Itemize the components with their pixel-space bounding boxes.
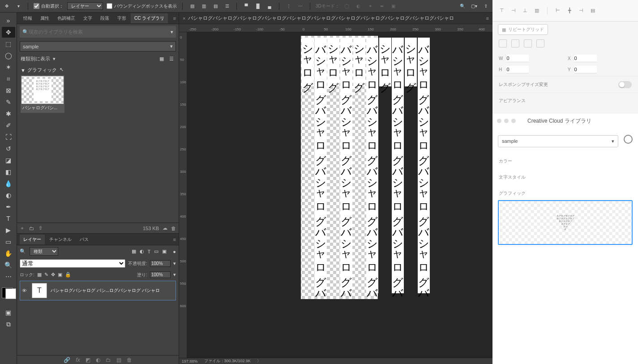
tab-attributes[interactable]: 属性 <box>37 13 53 23</box>
file-info[interactable]: ファイル：300.3K/102.9K <box>204 358 251 364</box>
filter-shape-icon[interactable]: ▭ <box>154 248 158 254</box>
panel-menu-icon[interactable]: ≡ <box>171 237 179 242</box>
library-select[interactable]: sample ▾ <box>20 41 176 51</box>
history-brush-tool[interactable]: ↺ <box>2 143 15 154</box>
healing-tool[interactable]: ✱ <box>2 108 15 119</box>
close-tab-icon[interactable]: × <box>183 16 185 21</box>
share-icon[interactable]: ⇪ <box>482 2 490 10</box>
cloud-icon[interactable] <box>624 135 633 144</box>
eyedropper-tool[interactable]: ✎ <box>2 97 15 107</box>
cc-library-select[interactable]: sample ▾ <box>498 135 618 147</box>
exclude-icon[interactable] <box>536 39 544 47</box>
bounding-box-checkbox[interactable]: バウンディングボックスを表示 <box>107 3 177 9</box>
filter-type-icon[interactable]: T <box>148 249 151 254</box>
mask-icon[interactable]: ◩ <box>86 357 90 363</box>
search-dropdown-icon[interactable]: ▾ <box>171 29 173 35</box>
quickmask-tool[interactable]: ▣ <box>2 307 15 318</box>
cc-asset-thumb[interactable]: ログログログログログログログログログログログログログログロ <box>498 200 633 245</box>
auto-select-checkbox[interactable]: 自動選択： <box>34 3 64 9</box>
lock-image-icon[interactable]: ✎ <box>44 272 48 278</box>
subtract-icon[interactable] <box>511 39 519 47</box>
chevron-down-icon[interactable]: ▾ <box>173 261 176 266</box>
path-select-tool[interactable]: ▶ <box>2 225 15 236</box>
sync-icon[interactable]: ☁ <box>163 225 167 231</box>
library-section-graphic[interactable]: ▼ グラフィック ↖ <box>21 67 175 73</box>
layer-name[interactable]: バシャログバシャログ バシ...ログバシャログ バシャロ <box>51 287 174 294</box>
tab-adjustments[interactable]: 色調補正 <box>54 13 79 23</box>
traffic-close-icon[interactable] <box>497 119 501 123</box>
blur-tool[interactable]: 💧 <box>2 178 15 189</box>
lock-artboard-icon[interactable]: ▣ <box>58 272 62 278</box>
panel-menu-icon[interactable]: ≡ <box>171 16 179 21</box>
align-left-icon[interactable]: ⊢ <box>554 7 562 15</box>
type-tool[interactable]: T <box>2 213 15 224</box>
h-input[interactable] <box>506 66 529 73</box>
trash-icon[interactable]: 🗑 <box>171 226 176 231</box>
align-right-icon[interactable]: ▤ <box>211 2 219 10</box>
filter-search-icon[interactable]: 🔍 <box>20 248 26 254</box>
y-input[interactable] <box>574 66 597 73</box>
tab-info[interactable]: 情報 <box>20 13 36 23</box>
hand-tool[interactable]: ✋ <box>2 248 15 259</box>
gradient-tool[interactable]: ◧ <box>2 167 15 177</box>
tab-channels[interactable]: チャンネル <box>46 235 75 244</box>
background-color[interactable] <box>5 288 16 299</box>
tab-paragraph[interactable]: 段落 <box>97 13 113 23</box>
align-right-icon[interactable]: ⊣ <box>577 7 585 15</box>
lock-position-icon[interactable]: ✥ <box>51 272 55 278</box>
layer-row[interactable]: 👁 T バシャログバシャログ バシ...ログバシャログ バシャロ <box>20 281 176 300</box>
library-asset-thumb[interactable]: ログログログログログログログログログログログログ バシャログバシ... <box>21 75 64 113</box>
view-by-type-label[interactable]: 種類別に表示 <box>21 56 50 62</box>
align-vcenter-icon[interactable]: █ <box>254 2 262 10</box>
library-search-input[interactable] <box>29 29 171 34</box>
chevron-down-icon[interactable]: ▾ <box>173 272 176 278</box>
grid-view-icon[interactable]: ▦ <box>158 55 165 62</box>
x-input[interactable] <box>574 55 597 62</box>
align-hcenter-icon[interactable]: ╋ <box>565 7 574 15</box>
align-stretch-icon[interactable]: ☰ <box>223 2 231 10</box>
align-stretch-h-icon[interactable]: ▤ <box>589 7 597 15</box>
distribute-icon[interactable]: ⋮ <box>285 2 293 10</box>
workspace-icon[interactable]: ▢▾ <box>470 2 478 10</box>
auto-select-target[interactable]: レイヤー <box>67 2 103 10</box>
align-top-icon[interactable]: ▀ <box>242 2 250 10</box>
pen-tool[interactable]: ✒ <box>2 201 15 212</box>
responsive-toggle[interactable] <box>618 81 632 88</box>
list-view-icon[interactable]: ☰ <box>168 55 175 62</box>
align-bottom-icon[interactable]: ▄ <box>265 2 274 10</box>
filter-adjust-icon[interactable]: ◐ <box>140 248 144 254</box>
zoom-level[interactable]: 197.88% <box>182 359 198 364</box>
tab-character[interactable]: 文字 <box>80 13 96 23</box>
panel-grip-icon[interactable]: » <box>2 15 15 26</box>
more-icon[interactable]: ⋯ <box>296 2 304 10</box>
quick-select-tool[interactable]: ✶ <box>2 62 15 73</box>
chevron-right-icon[interactable]: 〉 <box>257 358 261 364</box>
layer-filter-kind[interactable]: 種類 <box>30 247 58 256</box>
zoom-tool[interactable]: 🔍 <box>2 260 15 270</box>
lock-transparency-icon[interactable]: ▦ <box>37 272 42 278</box>
group-icon[interactable]: 🗀 <box>106 357 111 363</box>
fill-input[interactable] <box>150 271 171 278</box>
trash-icon[interactable]: 🗑 <box>127 357 132 363</box>
shape-tool[interactable]: ▭ <box>2 236 15 247</box>
brush-tool[interactable]: ✐ <box>2 120 15 131</box>
marquee-tool[interactable]: ⬚ <box>2 39 15 49</box>
search-icon[interactable]: 🔍 <box>458 2 467 10</box>
union-icon[interactable] <box>499 39 507 47</box>
align-top-icon[interactable]: ⊤ <box>498 7 506 15</box>
tab-glyphs[interactable]: 字形 <box>114 13 130 23</box>
tab-paths[interactable]: パス <box>76 235 92 244</box>
blend-mode-select[interactable]: 通常 <box>20 259 125 268</box>
lasso-tool[interactable]: ◯ <box>2 50 15 61</box>
upload-icon[interactable]: ⇧ <box>39 225 43 231</box>
edit-toolbar-icon[interactable]: ⋯ <box>2 271 15 282</box>
filter-smart-icon[interactable]: ▣ <box>162 248 167 254</box>
intersect-icon[interactable] <box>524 39 532 47</box>
align-vcenter-icon[interactable]: ⊣ <box>510 7 518 15</box>
tab-cc-libraries[interactable]: CC ライブラリ <box>131 13 168 23</box>
link-layers-icon[interactable]: 🔗 <box>64 357 70 363</box>
align-stretch-v-icon[interactable]: ▥ <box>533 7 541 15</box>
move-tool[interactable]: ✥ <box>2 27 15 38</box>
lock-all-icon[interactable]: 🔒 <box>65 272 71 278</box>
eraser-tool[interactable]: ◪ <box>2 155 15 166</box>
